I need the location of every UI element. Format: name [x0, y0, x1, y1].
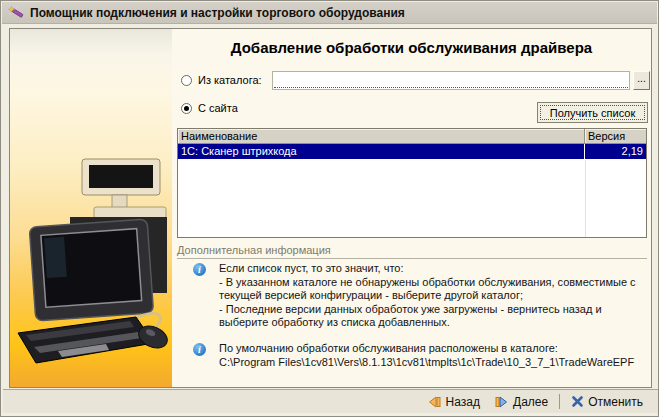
table-header-row: Наименование Версия — [178, 129, 646, 144]
footer-separator — [559, 394, 560, 409]
illustration-panel — [10, 29, 172, 387]
cancel-x-icon — [571, 395, 584, 408]
get-list-button-label: Получить список — [540, 105, 645, 120]
info-note-default-catalog: i По умолчанию обработки обслуживания ра… — [172, 342, 651, 369]
next-arrow-icon — [494, 395, 509, 409]
from-site-label: С сайта — [198, 102, 238, 114]
column-header-name[interactable]: Наименование — [178, 129, 585, 143]
next-button[interactable]: Далее — [487, 393, 555, 411]
back-button-label: Назад — [446, 395, 480, 409]
wizard-wand-icon — [8, 5, 24, 21]
required-field-underline — [274, 87, 628, 88]
note-line: Если список пуст, то это значит, что: — [219, 262, 645, 276]
from-site-radio[interactable] — [181, 103, 192, 114]
get-list-button[interactable]: Получить список — [537, 102, 648, 123]
table-row[interactable]: 1С: Сканер штрихкода 2,19 — [178, 144, 646, 159]
info-icon: i — [193, 343, 206, 356]
pos-computer-illustration — [10, 29, 172, 387]
radio-row-from-site[interactable]: С сайта — [181, 101, 238, 115]
note-line: По умолчанию обработки обслуживания расп… — [219, 342, 645, 356]
cancel-button-label: Отменить — [588, 395, 643, 409]
window-title: Помощник подключения и настройки торгово… — [30, 6, 405, 20]
driver-version-cell: 2,19 — [585, 144, 646, 159]
note-line: - В указанном каталоге не обнаружены обр… — [219, 276, 645, 303]
browse-button[interactable]: ... — [633, 71, 650, 90]
catalog-path-input[interactable] — [274, 73, 628, 86]
content-frame: Добавление обработки обслуживания драйве… — [9, 28, 652, 388]
drivers-table[interactable]: Наименование Версия 1С: Сканер штрихкода… — [177, 128, 647, 238]
info-note-empty-list: i Если список пуст, то это значит, что: … — [172, 262, 651, 330]
page-title: Добавление обработки обслуживания драйве… — [172, 39, 651, 56]
catalog-path-field — [272, 71, 630, 90]
column-header-version[interactable]: Версия — [585, 129, 646, 143]
info-icon: i — [193, 263, 206, 276]
back-arrow-icon — [427, 395, 442, 409]
info-note-text: Если список пуст, то это значит, что: - … — [219, 262, 645, 330]
from-catalog-label: Из каталога: — [198, 74, 262, 86]
footer-bar: Назад Далее Отменить — [3, 389, 658, 413]
cancel-button[interactable]: Отменить — [564, 393, 650, 411]
next-button-label: Далее — [513, 395, 548, 409]
default-catalog-path: C:\Program Files\1cv81\Vers\8.1.13\1cv81… — [219, 356, 645, 370]
back-button[interactable]: Назад — [420, 393, 487, 411]
table-column-divider — [585, 160, 586, 237]
driver-name-cell: 1С: Сканер штрихкода — [178, 144, 585, 159]
title-bar: Помощник подключения и настройки торгово… — [2, 2, 657, 24]
from-catalog-radio[interactable] — [181, 75, 192, 86]
additional-info-section-title: Дополнительная информация — [177, 244, 647, 259]
wizard-window: Помощник подключения и настройки торгово… — [0, 0, 659, 417]
main-panel: Добавление обработки обслуживания драйве… — [172, 29, 651, 387]
info-note-text: По умолчанию обработки обслуживания расп… — [219, 342, 645, 369]
note-line: - Последние версии данных обработок уже … — [219, 303, 645, 330]
radio-row-from-catalog[interactable]: Из каталога: — [181, 73, 262, 87]
